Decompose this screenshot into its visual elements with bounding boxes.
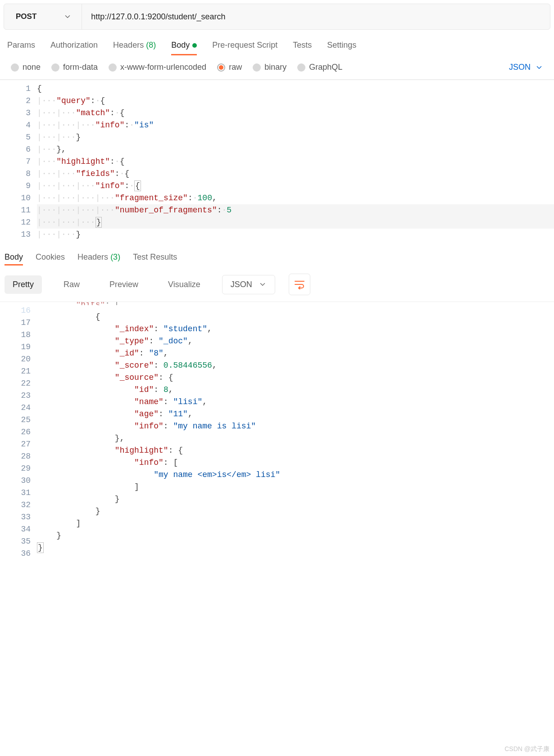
resp-tab-testresults[interactable]: Test Results	[133, 252, 177, 265]
response-language-select[interactable]: JSON	[222, 275, 275, 294]
view-preview[interactable]: Preview	[101, 275, 146, 294]
tab-tests[interactable]: Tests	[293, 40, 312, 55]
body-type-selector: none form-data x-www-form-urlencoded raw…	[0, 55, 554, 80]
request-tabs: Params Authorization Headers (8) Body Pr…	[0, 30, 554, 55]
view-raw[interactable]: Raw	[55, 275, 88, 294]
radio-urlencoded[interactable]: x-www-form-urlencoded	[109, 63, 206, 72]
request-body-code[interactable]: { |···"query":·{ |···|···"match":·{ |···…	[37, 80, 554, 243]
response-gutter: 1617181920212223242526272829303132333435…	[0, 302, 37, 562]
request-url-input[interactable]: http://127.0.0.1:9200/student/_search	[82, 4, 550, 29]
resp-tab-cookies[interactable]: Cookies	[36, 252, 65, 265]
view-visualize[interactable]: Visualize	[160, 275, 209, 294]
request-gutter: 12345678910111213	[0, 80, 37, 243]
tab-headers[interactable]: Headers (8)	[113, 40, 156, 55]
body-language-label: JSON	[509, 63, 531, 72]
resp-headers-count: (3)	[110, 252, 120, 261]
tab-params[interactable]: Params	[7, 40, 35, 55]
headers-count: (8)	[146, 40, 156, 50]
response-toolbar: Pretty Raw Preview Visualize JSON	[0, 270, 554, 302]
body-modified-indicator-icon	[192, 43, 197, 48]
radio-form-data[interactable]: form-data	[51, 63, 98, 72]
tab-body[interactable]: Body	[171, 40, 197, 55]
request-body-editor[interactable]: 12345678910111213 { |···"query":·{ |···|…	[0, 80, 554, 243]
view-pretty[interactable]: Pretty	[5, 275, 42, 294]
tab-settings[interactable]: Settings	[327, 40, 356, 55]
resp-tab-body[interactable]: Body	[5, 252, 23, 265]
radio-graphql[interactable]: GraphQL	[297, 63, 342, 72]
radio-raw[interactable]: raw	[217, 63, 242, 72]
http-method-select[interactable]: POST	[4, 4, 82, 29]
http-method-label: POST	[16, 12, 36, 21]
radio-binary[interactable]: binary	[253, 63, 286, 72]
radio-none[interactable]: none	[11, 63, 41, 72]
response-tabs: Body Cookies Headers (3) Test Results	[0, 243, 554, 270]
chevron-down-icon	[535, 63, 543, 72]
chevron-down-icon	[259, 280, 267, 288]
request-bar: POST http://127.0.0.1:9200/student/_sear…	[4, 4, 550, 30]
chevron-down-icon	[64, 13, 72, 21]
request-url-text: http://127.0.0.1:9200/student/_search	[91, 12, 225, 22]
tab-prerequest[interactable]: Pre-request Script	[212, 40, 277, 55]
response-body-editor[interactable]: 1617181920212223242526272829303132333435…	[0, 302, 554, 562]
body-language-select[interactable]: JSON	[509, 63, 543, 72]
tab-authorization[interactable]: Authorization	[50, 40, 98, 55]
wrap-lines-icon	[294, 279, 305, 289]
wrap-lines-button[interactable]	[289, 274, 310, 295]
response-body-code[interactable]: "hits": [ { "_index": "student", "_type"…	[37, 302, 554, 562]
resp-tab-headers[interactable]: Headers (3)	[77, 252, 120, 265]
response-language-label: JSON	[231, 280, 252, 289]
